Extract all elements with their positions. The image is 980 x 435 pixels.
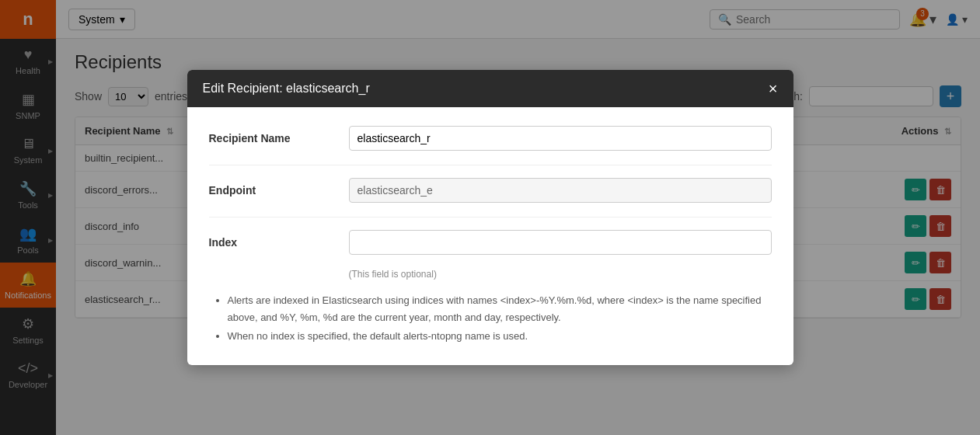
form-notes: Alerts are indexed in Elasticsearch usin… [209, 292, 772, 345]
recipient-name-label: Recipient Name [209, 132, 333, 144]
form-note-1: Alerts are indexed in Elasticsearch usin… [228, 292, 772, 326]
form-row-endpoint: Endpoint [209, 178, 772, 203]
endpoint-label: Endpoint [209, 184, 333, 197]
index-input[interactable] [349, 230, 772, 255]
modal-close-button[interactable]: × [769, 81, 778, 96]
modal-title: Edit Recipient: elasticsearch_r [203, 82, 370, 96]
recipient-name-input[interactable] [349, 126, 772, 151]
endpoint-input [349, 178, 772, 203]
index-label: Index [209, 236, 333, 249]
optional-hint: (This field is optional) [349, 269, 772, 280]
form-row-recipient-name: Recipient Name [209, 126, 772, 151]
modal-header: Edit Recipient: elasticsearch_r × [187, 70, 793, 107]
edit-recipient-modal: Edit Recipient: elasticsearch_r × Recipi… [187, 70, 793, 365]
form-note-2: When no index is specified, the default … [228, 328, 772, 345]
modal-body: Recipient Name Endpoint Index (This fiel… [187, 107, 793, 365]
modal-overlay: Edit Recipient: elasticsearch_r × Recipi… [0, 0, 980, 435]
form-divider-2 [209, 217, 772, 218]
form-divider [209, 165, 772, 165]
form-row-index: Index [209, 230, 772, 255]
